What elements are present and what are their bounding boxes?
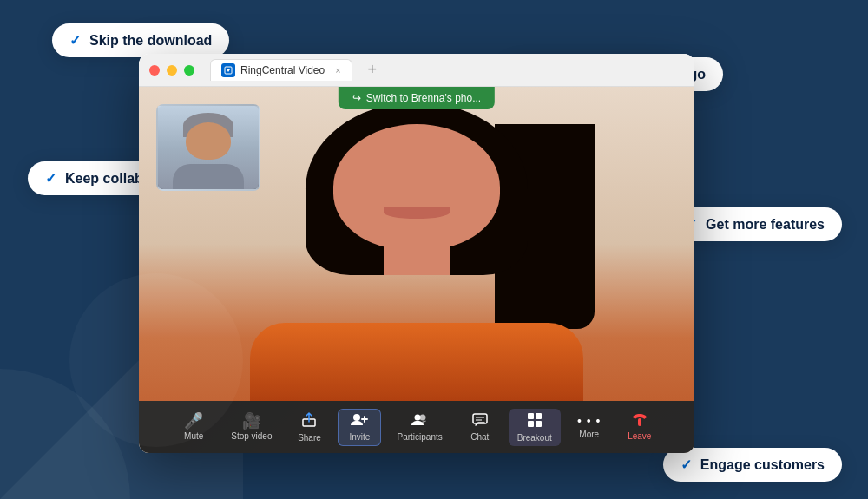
switch-icon: ↪: [352, 92, 361, 104]
browser-window: RingCentral Video × + ↪ Switch to Brenna…: [139, 54, 694, 453]
pill-skip-label: Skip the download: [89, 33, 212, 49]
stop-video-icon: 🎥: [242, 413, 261, 429]
svg-rect-12: [638, 418, 641, 426]
leave-button[interactable]: Leave: [618, 410, 661, 444]
small-participant-bg: [158, 106, 259, 189]
ringcentral-tab-icon: [221, 63, 235, 77]
more-icon: • • •: [577, 415, 601, 427]
chat-button[interactable]: Chat: [458, 410, 502, 445]
share-icon: [301, 412, 317, 430]
breakout-label: Breakout: [517, 433, 552, 443]
leave-icon: [631, 413, 648, 429]
breakout-icon: [527, 412, 542, 430]
svg-point-4: [419, 414, 425, 420]
browser-tab[interactable]: RingCentral Video ×: [210, 59, 352, 81]
tab-close-button[interactable]: ×: [335, 65, 340, 76]
svg-rect-8: [528, 413, 534, 419]
pill-get-features: ✓ Get more features: [668, 207, 842, 241]
breakout-button[interactable]: Breakout: [509, 409, 561, 446]
mute-button[interactable]: 🎤 Mute: [172, 410, 215, 444]
check-icon-meetings: ✓: [233, 357, 244, 373]
more-label: More: [579, 430, 599, 439]
share-label: Share: [298, 433, 321, 443]
new-tab-button[interactable]: +: [365, 61, 381, 79]
browser-dot-green[interactable]: [184, 65, 194, 76]
switch-notification-text: Switch to Brenna's pho...: [366, 92, 481, 104]
browser-tab-title: RingCentral Video: [240, 64, 325, 76]
switch-notification-bar[interactable]: ↪ Switch to Brenna's pho...: [339, 87, 495, 109]
participants-button[interactable]: Participants: [388, 410, 450, 445]
chat-icon: [472, 413, 488, 430]
browser-titlebar: RingCentral Video × +: [139, 54, 694, 87]
video-toolbar: 🎤 Mute 🎥 Stop video Share: [139, 401, 694, 453]
check-icon-collab: ✓: [45, 170, 56, 187]
participants-icon: [411, 413, 430, 430]
small-participant-video: [156, 104, 260, 191]
video-area: ↪ Switch to Brenna's pho...: [139, 87, 694, 453]
pill-engage-label: Engage customers: [700, 457, 825, 473]
check-icon-engage: ✓: [681, 456, 692, 473]
svg-rect-10: [528, 421, 534, 427]
stop-video-button[interactable]: 🎥 Stop video: [222, 410, 280, 444]
leave-label: Leave: [628, 431, 651, 441]
chat-label: Chat: [470, 432, 489, 442]
svg-point-3: [414, 414, 420, 420]
mute-icon: 🎤: [184, 413, 203, 429]
svg-rect-9: [536, 413, 542, 419]
invite-icon: [351, 413, 368, 430]
stop-video-label: Stop video: [231, 431, 272, 441]
invite-label: Invite: [350, 432, 371, 442]
svg-rect-11: [536, 421, 542, 427]
browser-dot-red[interactable]: [149, 65, 160, 76]
more-button[interactable]: • • • More: [568, 411, 611, 443]
pill-skip-download: ✓ Skip the download: [52, 23, 229, 57]
pill-features-label: Get more features: [706, 217, 825, 233]
check-icon-skip: ✓: [69, 32, 81, 49]
participants-label: Participants: [397, 432, 442, 442]
background-decoration: [0, 256, 243, 499]
mute-label: Mute: [184, 431, 203, 441]
browser-dot-yellow[interactable]: [167, 65, 177, 76]
share-button[interactable]: Share: [287, 409, 331, 446]
invite-button[interactable]: Invite: [338, 409, 381, 446]
svg-point-2: [353, 414, 360, 421]
